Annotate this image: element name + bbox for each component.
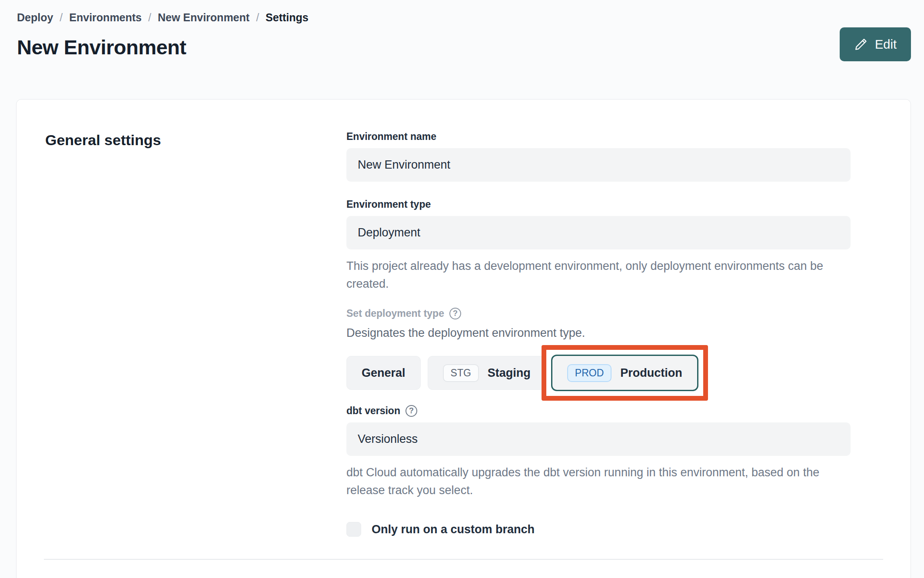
custom-branch-checkbox[interactable]: [346, 522, 361, 537]
staging-badge: STG: [443, 364, 479, 382]
page-title: New Environment: [17, 35, 911, 59]
annotation-highlight-box: PROD Production: [542, 345, 708, 401]
edit-button[interactable]: Edit: [840, 27, 911, 61]
custom-branch-label[interactable]: Only run on a custom branch: [372, 523, 535, 536]
prod-badge: PROD: [567, 364, 612, 382]
environment-type-helper: This project already has a development e…: [346, 257, 842, 293]
deployment-type-label-text: Set deployment type: [346, 308, 444, 319]
help-icon[interactable]: ?: [449, 308, 461, 319]
deployment-type-production-label: Production: [620, 366, 682, 380]
deployment-type-description: Designates the deployment environment ty…: [346, 326, 851, 340]
edit-button-label: Edit: [875, 37, 897, 52]
pencil-icon: [854, 37, 868, 51]
dbt-version-label: dbt version ?: [346, 405, 851, 417]
general-settings-card: General settings Environment name New En…: [16, 99, 911, 578]
section-divider: [44, 559, 883, 560]
section-title: General settings: [45, 132, 346, 149]
breadcrumb-new-environment[interactable]: New Environment: [158, 11, 249, 24]
environment-type-input[interactable]: Deployment: [346, 216, 851, 249]
deployment-type-options: General STG Staging PROD Production: [346, 350, 851, 395]
breadcrumb: Deploy / Environments / New Environment …: [17, 9, 911, 24]
dbt-version-input[interactable]: Versionless: [346, 422, 851, 456]
breadcrumb-settings[interactable]: Settings: [266, 11, 309, 24]
deployment-type-staging-label: Staging: [488, 366, 531, 380]
deployment-type-general-button[interactable]: General: [346, 356, 421, 390]
settings-form: Environment name New Environment Environ…: [346, 131, 851, 578]
breadcrumb-separator: /: [148, 11, 151, 24]
environment-name-label: Environment name: [346, 131, 851, 143]
deployment-type-production-button[interactable]: PROD Production: [551, 355, 698, 391]
deployment-type-staging-button[interactable]: STG Staging: [428, 356, 546, 390]
breadcrumb-separator: /: [256, 11, 259, 24]
dbt-version-helper: dbt Cloud automatically upgrades the dbt…: [346, 464, 842, 499]
breadcrumb-environments[interactable]: Environments: [69, 11, 142, 24]
environment-type-label: Environment type: [346, 199, 851, 210]
deployment-type-general-label: General: [362, 366, 405, 380]
dbt-version-label-text: dbt version: [346, 405, 400, 417]
environment-name-input[interactable]: New Environment: [346, 148, 851, 182]
deployment-type-label: Set deployment type ?: [346, 308, 851, 319]
custom-branch-row: Only run on a custom branch: [346, 522, 851, 537]
breadcrumb-separator: /: [60, 11, 63, 24]
page-header: Deploy / Environments / New Environment …: [0, 0, 924, 59]
card-left-column: General settings: [45, 131, 346, 578]
breadcrumb-deploy[interactable]: Deploy: [17, 11, 53, 24]
help-icon[interactable]: ?: [405, 405, 417, 417]
